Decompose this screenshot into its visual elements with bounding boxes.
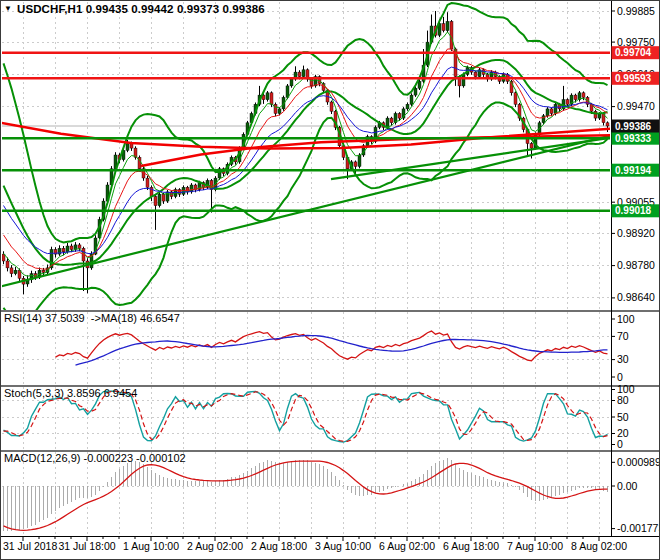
time-axis[interactable] (1, 536, 660, 560)
price-chart-area[interactable] (1, 1, 611, 536)
price-axis[interactable] (611, 1, 660, 536)
chart-window: 0.998850.997500.996100.994700.993300.991… (0, 0, 660, 560)
